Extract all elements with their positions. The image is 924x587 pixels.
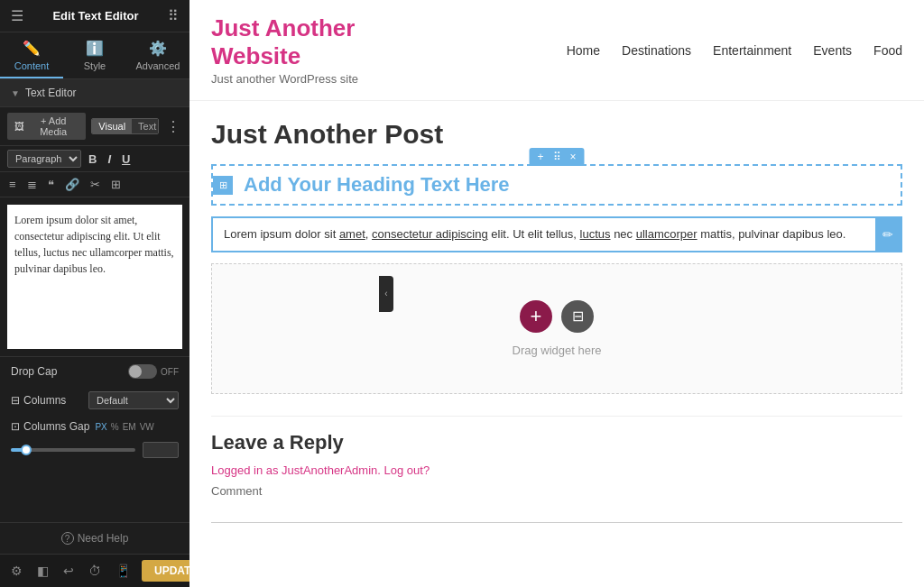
- visual-button[interactable]: Visual: [92, 119, 132, 133]
- body-link-ullamcorper[interactable]: ullamcorper: [636, 227, 698, 241]
- content-tab-icon: ✏️: [23, 40, 41, 57]
- toggle-thumb: [129, 365, 142, 378]
- columns-row: ⊟ Columns Default: [0, 386, 189, 415]
- text-widget-content: Lorem ipsum dolor sit amet, consectetur …: [213, 218, 875, 251]
- section-header-text-editor[interactable]: ▼ Text Editor: [0, 79, 189, 107]
- table-button[interactable]: ⊞: [109, 176, 123, 193]
- comment-input[interactable]: [211, 501, 902, 523]
- nav-destinations[interactable]: Destinations: [622, 43, 691, 58]
- site-title-block: Just Another Website Just another WordPr…: [211, 14, 567, 86]
- tab-style-label: Style: [84, 60, 106, 71]
- comment-label: Comment: [211, 484, 902, 498]
- comments-title: Leave a Reply: [211, 431, 902, 454]
- list-ol-button[interactable]: ≣: [25, 176, 39, 193]
- add-media-button[interactable]: 🖼 + Add Media: [7, 113, 86, 140]
- widget-add-button[interactable]: +: [534, 150, 546, 164]
- tab-style[interactable]: ℹ️ Style: [63, 32, 126, 78]
- hamburger-icon[interactable]: ☰: [11, 7, 23, 24]
- body-text-5: mattis, pulvinar dapibus leo.: [698, 227, 846, 241]
- italic-button[interactable]: I: [104, 151, 115, 168]
- list-ul-button[interactable]: ≡: [7, 176, 18, 193]
- slider-track[interactable]: [11, 448, 135, 452]
- unit-selector: PX % EM VW: [95, 422, 153, 432]
- columns-icon: ⊟: [11, 394, 20, 407]
- unit-vw[interactable]: VW: [140, 422, 154, 432]
- drag-widget-buttons: + ⊟: [520, 300, 594, 333]
- slider-thumb: [21, 445, 32, 455]
- icon-row: ≡ ≣ ❝ 🔗 ✂ ⊞: [0, 172, 189, 197]
- editor-toolbar: 🖼 + Add Media Visual Text ⋮: [0, 107, 189, 146]
- toggle-off-label: OFF: [161, 367, 179, 377]
- more-options-button[interactable]: ⋮: [164, 118, 182, 135]
- comments-section: Leave a Reply Logged in as JustAnotherAd…: [211, 416, 902, 537]
- right-content-area: Just Another Website Just another WordPr…: [189, 0, 924, 587]
- drag-add-button[interactable]: +: [520, 300, 552, 333]
- body-text-4: nec: [611, 227, 636, 241]
- tab-content[interactable]: ✏️ Content: [0, 32, 63, 78]
- text-button[interactable]: Text: [132, 119, 159, 133]
- heading-widget: + ⠿ × ⊞ Add Your Heading Text Here: [211, 164, 902, 206]
- responsive-button[interactable]: 📱: [112, 562, 134, 580]
- tab-advanced-label: Advanced: [136, 60, 180, 71]
- bottom-bar: ⚙ ◧ ↩ ⏱ 📱 UPDATE ▲: [0, 554, 189, 587]
- collapse-panel-button[interactable]: ‹: [379, 276, 393, 312]
- text-editor-area[interactable]: [7, 205, 182, 349]
- columns-select[interactable]: Default: [88, 391, 179, 409]
- panel-tabs: ✏️ Content ℹ️ Style ⚙️ Advanced: [0, 32, 189, 79]
- unit-px[interactable]: PX: [95, 422, 106, 432]
- undo-button[interactable]: ↩: [60, 562, 78, 580]
- bold-button[interactable]: B: [85, 151, 100, 168]
- panel-header: ☰ Edit Text Editor ⠿: [0, 0, 189, 32]
- tab-content-label: Content: [14, 60, 50, 71]
- slider-value-input[interactable]: [143, 442, 179, 458]
- drop-cap-label: Drop Cap: [11, 365, 128, 378]
- unlink-button[interactable]: ✂: [88, 176, 102, 193]
- nav-events[interactable]: Events: [813, 43, 852, 58]
- underline-button[interactable]: U: [118, 151, 134, 168]
- widget-close-button[interactable]: ×: [568, 150, 579, 164]
- body-link-luctus[interactable]: luctus: [580, 227, 611, 241]
- left-panel: ☰ Edit Text Editor ⠿ ✏️ Content ℹ️ Style…: [0, 0, 189, 587]
- help-icon[interactable]: ?: [61, 532, 74, 545]
- columns-gap-row: ⊡ Columns Gap PX % EM VW: [0, 415, 189, 438]
- body-text-pre: Lorem ipsum dolor sit: [224, 227, 339, 241]
- site-subtitle: Just another WordPress site: [211, 72, 567, 86]
- link-button[interactable]: 🔗: [63, 176, 81, 193]
- text-edit-button[interactable]: ✏: [875, 218, 901, 251]
- site-header: Just Another Website Just another WordPr…: [189, 0, 924, 101]
- body-text-2: ,: [365, 227, 372, 241]
- update-button[interactable]: UPDATE: [142, 560, 189, 582]
- nav-entertainment[interactable]: Entertainment: [713, 43, 791, 58]
- drag-label: Drag widget here: [513, 344, 602, 357]
- body-link-amet[interactable]: amet: [339, 227, 365, 241]
- drag-folder-button[interactable]: ⊟: [561, 300, 594, 333]
- layers-button[interactable]: ◧: [33, 562, 52, 580]
- text-widget: Lorem ipsum dolor sit amet, consectetur …: [211, 216, 902, 252]
- format-row: Paragraph B I U: [0, 146, 189, 172]
- tab-advanced[interactable]: ⚙️ Advanced: [126, 32, 189, 78]
- drop-cap-toggle[interactable]: OFF: [128, 364, 179, 379]
- section-label: Text Editor: [25, 87, 77, 99]
- body-link-consectetur[interactable]: consectetur adipiscing: [372, 227, 488, 241]
- toggle-track[interactable]: [128, 364, 157, 379]
- history-button[interactable]: ⏱: [85, 562, 105, 580]
- widget-move-button[interactable]: ⠿: [550, 150, 564, 164]
- blockquote-button[interactable]: ❝: [46, 176, 56, 193]
- settings-bottom-button[interactable]: ⚙: [7, 562, 26, 580]
- nav-home[interactable]: Home: [567, 43, 600, 58]
- section-arrow-icon: ▼: [11, 88, 20, 98]
- unit-pct[interactable]: %: [111, 422, 119, 432]
- unit-em[interactable]: EM: [123, 422, 136, 432]
- site-title: Just Another Website: [211, 14, 567, 70]
- logged-in-text[interactable]: Logged in as JustAnotherAdmin. Log out?: [211, 463, 902, 477]
- columns-gap-slider-row: [0, 438, 189, 462]
- need-help-section: ? Need Help: [0, 522, 189, 554]
- panel-title: Edit Text Editor: [23, 9, 168, 23]
- style-tab-icon: ℹ️: [86, 40, 104, 57]
- paragraph-select[interactable]: Paragraph: [7, 150, 81, 168]
- post-title: Just Another Post: [211, 119, 902, 150]
- grid-icon[interactable]: ⠿: [168, 7, 179, 24]
- nav-food[interactable]: Food: [873, 43, 902, 58]
- widget-toolbar: + ⠿ ×: [529, 148, 584, 166]
- columns-gap-label: ⊡ Columns Gap: [11, 420, 89, 433]
